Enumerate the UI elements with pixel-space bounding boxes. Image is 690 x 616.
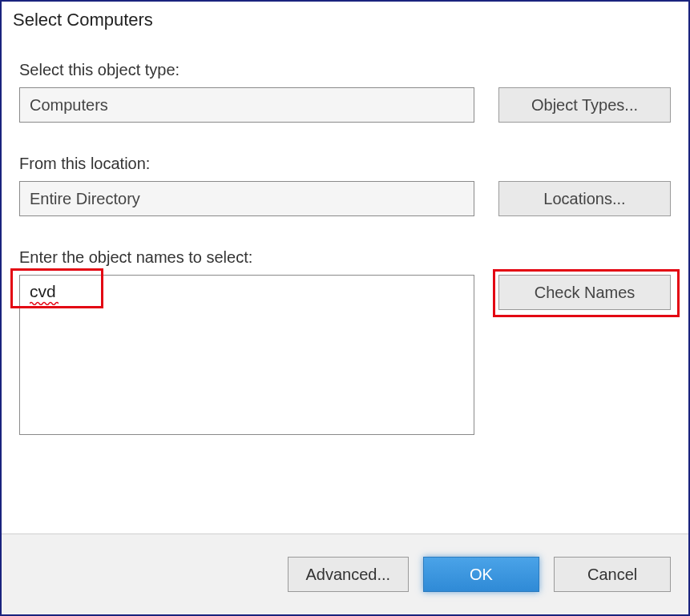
object-types-button[interactable]: Object Types... xyxy=(498,87,671,123)
object-names-input[interactable] xyxy=(19,275,474,435)
check-names-button[interactable]: Check Names xyxy=(498,275,671,310)
ok-button[interactable]: OK xyxy=(423,557,540,592)
location-row: Entire Directory Locations... xyxy=(19,181,671,216)
object-type-field: Computers xyxy=(19,87,474,123)
location-label: From this location: xyxy=(19,155,671,173)
dialog-footer: Advanced... OK Cancel xyxy=(2,533,688,614)
dialog-title: Select Computers xyxy=(2,2,688,45)
select-computers-dialog: Select Computers Select this object type… xyxy=(0,0,690,616)
object-type-row: Computers Object Types... xyxy=(19,87,671,123)
advanced-button[interactable]: Advanced... xyxy=(288,557,409,592)
names-label: Enter the object names to select: xyxy=(19,248,671,267)
object-type-label: Select this object type: xyxy=(19,61,671,79)
locations-button[interactable]: Locations... xyxy=(498,181,671,216)
footer-row: Advanced... OK Cancel xyxy=(19,557,671,592)
dialog-content: Select this object type: Computers Objec… xyxy=(2,45,688,533)
names-row: Check Names xyxy=(19,275,671,439)
names-textarea-wrap xyxy=(19,275,474,439)
cancel-button[interactable]: Cancel xyxy=(554,557,671,592)
check-names-wrap: Check Names xyxy=(498,275,671,310)
location-field: Entire Directory xyxy=(19,181,474,216)
